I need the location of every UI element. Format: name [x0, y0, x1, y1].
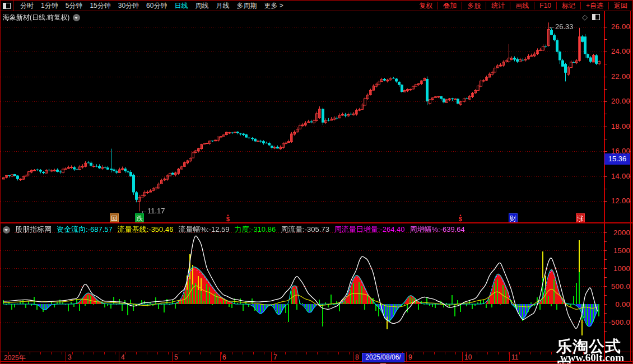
panes-icon[interactable] — [1, 1, 13, 11]
period-item[interactable]: 60分钟 — [146, 1, 167, 11]
split-window-icon[interactable] — [592, 14, 600, 20]
indicator-field: 流量幅%:-12.59 — [178, 225, 229, 235]
chevron-down-icon[interactable] — [73, 14, 80, 21]
week-tick — [221, 352, 222, 354]
week-tick — [232, 352, 232, 354]
low-annotation: ←11.17 — [140, 207, 165, 215]
indicator-tick-label: 1500 — [606, 246, 630, 255]
period-item[interactable]: 15分钟 — [90, 1, 110, 11]
axis-tick — [604, 52, 607, 52]
axis-tick — [604, 277, 607, 278]
indicator-field: 力度:-310.86 — [234, 225, 276, 235]
tool-item[interactable]: 标记 — [557, 1, 580, 11]
chevron-down-icon[interactable] — [3, 226, 10, 234]
week-tick — [125, 352, 126, 354]
split-window-icon — [3, 3, 11, 9]
indicator-field: 周流量日增量:-264.40 — [334, 225, 405, 235]
date-tick-label: 4 — [121, 353, 125, 361]
chart-corner-icons: ◇ — [582, 13, 600, 21]
week-tick — [136, 352, 137, 354]
signal-marker-回: 回 — [110, 213, 119, 222]
week-tick — [83, 352, 83, 354]
week-tick — [115, 352, 115, 354]
period-menu: 分时1分钟5分钟15分钟30分钟60分钟日线周线月线多周期更多 > — [20, 1, 283, 11]
price-tick-label: 26.00 — [606, 22, 630, 31]
axis-tick — [604, 268, 607, 269]
high-annotation: ←26.33 — [548, 22, 574, 31]
tool-item[interactable]: F10 — [534, 2, 556, 10]
axis-tick — [604, 286, 607, 287]
week-tick — [168, 352, 169, 354]
watermark-url: www.60lt.com — [560, 352, 624, 364]
tool-item[interactable]: +自选 — [581, 1, 608, 11]
chart-title-row: 海象新材(日线.前复权) — [3, 13, 80, 22]
week-tick — [19, 352, 20, 354]
indicator-values: 资金流向:-687.57流量基线:-350.46流量幅%:-12.59力度:-3… — [57, 225, 465, 235]
tool-item[interactable]: 复权 — [414, 1, 437, 11]
week-tick — [189, 352, 190, 354]
indicator-tick-label: -500.0 — [606, 318, 630, 326]
signal-marker-dollar: ▲$ — [457, 213, 464, 222]
period-item[interactable]: 1分钟 — [41, 1, 58, 11]
tool-item[interactable]: 画线 — [510, 1, 534, 11]
date-tick-label: 9 — [408, 353, 412, 361]
period-item[interactable]: 周线 — [195, 1, 208, 11]
week-tick — [487, 352, 488, 354]
date-tick-label: 7 — [273, 353, 277, 361]
week-tick — [253, 352, 254, 354]
week-tick — [445, 352, 445, 354]
date-tick-label: 8 — [355, 353, 359, 361]
indicator-field: 周流量:-305.73 — [281, 225, 329, 235]
date-tick-label: 10 — [464, 353, 472, 361]
week-tick — [179, 352, 179, 354]
period-item[interactable]: 30分钟 — [118, 1, 139, 11]
week-tick — [72, 352, 73, 354]
week-tick — [551, 352, 552, 354]
axis-tick — [604, 89, 607, 90]
period-item[interactable]: 多周期 — [236, 1, 257, 11]
period-item[interactable]: 5分钟 — [66, 1, 83, 11]
chart-title: 海象新材(日线.前复权) — [3, 13, 69, 22]
date-tick-label: 6 — [222, 353, 226, 361]
period-item[interactable]: 更多 > — [264, 1, 283, 11]
axis-tick — [604, 201, 607, 202]
tool-item[interactable]: 叠加 — [438, 1, 462, 11]
week-tick — [413, 352, 413, 354]
price-tick-label: 14.00 — [606, 172, 630, 180]
panel-separator[interactable] — [1, 222, 633, 223]
week-tick — [200, 352, 201, 354]
period-item[interactable]: 月线 — [216, 1, 229, 11]
week-tick — [434, 352, 435, 354]
axis-tick — [604, 139, 607, 139]
axis-tick — [629, 101, 631, 102]
week-tick — [147, 352, 147, 354]
week-tick — [243, 352, 243, 354]
indicator-tick-label: 500.0 — [606, 282, 630, 291]
month-divider — [406, 352, 407, 362]
week-tick — [328, 352, 328, 354]
week-tick — [541, 352, 541, 354]
app-window: 分时1分钟5分钟15分钟30分钟60分钟日线周线月线多周期更多 > 复权叠加多股… — [0, 0, 633, 364]
tool-item[interactable]: 返回 — [609, 1, 632, 11]
signal-marker-涨: 涨 — [576, 213, 585, 222]
indicator-tick-label: 2000 — [606, 228, 630, 237]
tool-item[interactable]: 统计 — [486, 1, 510, 11]
month-divider — [172, 352, 173, 362]
diamond-icon[interactable]: ◇ — [582, 13, 588, 21]
week-tick — [455, 352, 456, 354]
axis-tick — [629, 27, 631, 27]
week-tick — [317, 352, 318, 354]
week-tick — [8, 352, 9, 354]
candlestick-canvas[interactable] — [1, 11, 604, 223]
price-tick-label: 24.00 — [606, 47, 630, 55]
month-divider — [220, 352, 221, 362]
indicator-canvas[interactable] — [1, 223, 604, 352]
tool-item[interactable]: 多股 — [462, 1, 486, 11]
price-tick-label: 12.00 — [606, 197, 630, 205]
signal-marker-dollar: ▲$ — [225, 213, 231, 222]
period-item[interactable]: 日线 — [174, 1, 188, 11]
indicator-source: 股朋指标网 — [15, 225, 52, 235]
period-item[interactable]: 分时 — [20, 1, 34, 11]
topbar: 分时1分钟5分钟15分钟30分钟60分钟日线周线月线多周期更多 > 复权叠加多股… — [1, 1, 633, 11]
date-tick-label: 2025年 — [4, 353, 26, 363]
